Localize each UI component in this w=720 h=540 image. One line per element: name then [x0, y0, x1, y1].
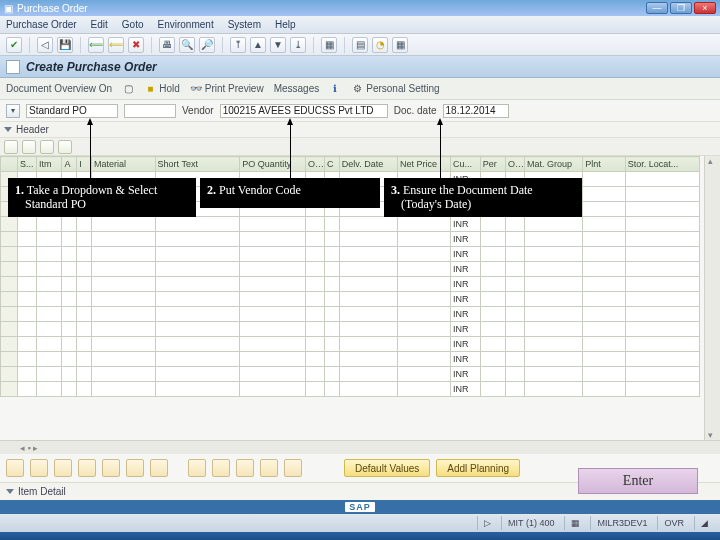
minimize-button[interactable]: — — [646, 2, 668, 14]
chevron-down-icon-2 — [6, 489, 14, 494]
table-row[interactable]: INR — [1, 247, 700, 262]
print-icon[interactable]: 🖶 — [159, 37, 175, 53]
po-type-dropdown-icon[interactable]: ▾ — [6, 104, 20, 118]
layout-icon[interactable]: ▤ — [352, 37, 368, 53]
vertical-scrollbar[interactable] — [704, 156, 720, 440]
create-button[interactable]: ▢ — [122, 83, 134, 95]
menu-system[interactable]: System — [228, 19, 261, 30]
docdate-field[interactable] — [443, 104, 509, 118]
lb9[interactable] — [212, 459, 230, 477]
table-row[interactable]: INR — [1, 322, 700, 337]
grid-filter-icon[interactable] — [58, 140, 72, 154]
enter-callout-button[interactable]: Enter — [578, 468, 698, 494]
grid-detail-icon[interactable] — [4, 140, 18, 154]
header-collapse-row[interactable]: Header — [0, 122, 720, 138]
prevpage-icon[interactable]: ▲ — [250, 37, 266, 53]
maximize-button[interactable]: ❐ — [670, 2, 692, 14]
chevron-down-icon — [4, 127, 12, 132]
addl-planning-button[interactable]: Addl Planning — [436, 459, 520, 477]
sap-band: SAP — [0, 500, 720, 514]
back2-icon[interactable]: ⟸ — [88, 37, 104, 53]
table-row[interactable]: INR — [1, 382, 700, 397]
customize-icon[interactable]: ▦ — [392, 37, 408, 53]
arrow-1 — [90, 122, 91, 180]
table-row[interactable]: INR — [1, 232, 700, 247]
menu-environment[interactable]: Environment — [158, 19, 214, 30]
hold-button[interactable]: ■Hold — [144, 83, 180, 95]
titlebar: ▣ Purchase Order — ❐ × — [0, 0, 720, 16]
find-icon[interactable]: 🔍 — [179, 37, 195, 53]
page-title: Create Purchase Order — [26, 60, 157, 74]
callout-3: 3. Ensure the Document Date (Today's Dat… — [384, 178, 582, 217]
table-row[interactable]: INR — [1, 352, 700, 367]
firstpage-icon[interactable]: ⤒ — [230, 37, 246, 53]
main-toolbar: ✔ ◁ 💾 ⟸ ⟸ ✖ 🖶 🔍 🔎 ⤒ ▲ ▼ ⤓ ▦ ▤ ◔ ▦ — [0, 34, 720, 56]
default-values-button[interactable]: Default Values — [344, 459, 430, 477]
vendor-field[interactable] — [220, 104, 388, 118]
table-row[interactable]: INR — [1, 367, 700, 382]
vendor-label: Vendor — [182, 105, 214, 116]
lb1[interactable] — [6, 459, 24, 477]
menu-edit[interactable]: Edit — [91, 19, 108, 30]
po-type-field[interactable] — [26, 104, 118, 118]
nextpage-icon[interactable]: ▼ — [270, 37, 286, 53]
lb2[interactable] — [30, 459, 48, 477]
table-row[interactable]: INR — [1, 217, 700, 232]
doc-icon — [6, 60, 20, 74]
enter-icon[interactable]: ✔ — [6, 37, 22, 53]
cancel-icon[interactable]: ✖ — [128, 37, 144, 53]
lastpage-icon[interactable]: ⤓ — [290, 37, 306, 53]
help-sap-icon[interactable]: ◔ — [372, 37, 388, 53]
lb10[interactable] — [236, 459, 254, 477]
save-icon[interactable]: 💾 — [57, 37, 73, 53]
findnext-icon[interactable]: 🔎 — [199, 37, 215, 53]
table-row[interactable]: INR — [1, 307, 700, 322]
table-row[interactable]: INR — [1, 262, 700, 277]
os-taskbar — [0, 532, 720, 540]
lb4[interactable] — [78, 459, 96, 477]
status-resize-icon: ◢ — [694, 516, 714, 530]
sap-logo: SAP — [345, 502, 375, 512]
po-number-field[interactable] — [124, 104, 176, 118]
item-detail-label: Item Detail — [18, 486, 66, 497]
arrow-2 — [290, 122, 291, 180]
messages-button[interactable]: Messages — [274, 83, 320, 94]
exit-icon[interactable]: ⟸ — [108, 37, 124, 53]
table-row[interactable]: INR — [1, 292, 700, 307]
info-icon[interactable]: ℹ — [329, 83, 341, 95]
po-header-form: ▾ Vendor Doc. date — [0, 100, 720, 122]
grid-select-icon[interactable] — [22, 140, 36, 154]
horizontal-scrollbar[interactable]: ◂ ▪ ▸ — [0, 440, 720, 454]
arrow-3 — [440, 122, 441, 180]
menubar: Purchase Order Edit Goto Environment Sys… — [0, 16, 720, 34]
lb5[interactable] — [102, 459, 120, 477]
menu-help[interactable]: Help — [275, 19, 296, 30]
lb3[interactable] — [54, 459, 72, 477]
sub-toolbar: Document Overview On ▢ ■Hold 👓Print Prev… — [0, 78, 720, 100]
window-title: Purchase Order — [17, 3, 88, 14]
lb12[interactable] — [284, 459, 302, 477]
new-session-icon[interactable]: ▦ — [321, 37, 337, 53]
lb7[interactable] — [150, 459, 168, 477]
status-host-icon: ▦ — [564, 516, 586, 530]
grid-toolbar — [0, 138, 720, 156]
lb11[interactable] — [260, 459, 278, 477]
callout-2: 2. Put Vendor Code — [200, 178, 380, 208]
table-row[interactable]: INR — [1, 277, 700, 292]
table-row[interactable]: INR — [1, 337, 700, 352]
status-host: MILR3DEV1 — [590, 516, 653, 530]
menu-purchase-order[interactable]: Purchase Order — [6, 19, 77, 30]
lb6[interactable] — [126, 459, 144, 477]
back-icon[interactable]: ◁ — [37, 37, 53, 53]
menu-goto[interactable]: Goto — [122, 19, 144, 30]
print-preview-button[interactable]: 👓Print Preview — [190, 83, 264, 95]
status-mode: OVR — [657, 516, 690, 530]
doc-overview-button[interactable]: Document Overview On — [6, 83, 112, 94]
header-label: Header — [16, 124, 49, 135]
close-button[interactable]: × — [694, 2, 716, 14]
personal-setting-button[interactable]: ⚙Personal Setting — [351, 83, 439, 95]
status-bar: ▷ MIT (1) 400 ▦ MILR3DEV1 OVR ◢ — [0, 514, 720, 532]
grid-sort-icon[interactable] — [40, 140, 54, 154]
lb8[interactable] — [188, 459, 206, 477]
status-arrow-icon: ▷ — [477, 516, 497, 530]
